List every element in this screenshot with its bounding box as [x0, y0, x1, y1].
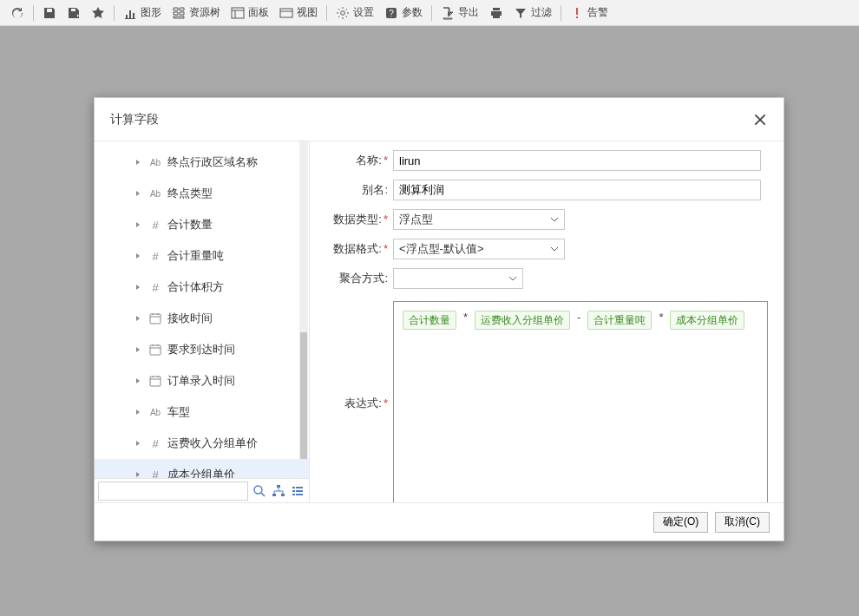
saveas-button[interactable]	[62, 1, 86, 25]
toolbar-sep	[326, 5, 327, 21]
print-button[interactable]	[484, 1, 508, 25]
expr-operator: *	[462, 311, 469, 330]
filter-label: 过滤	[531, 5, 552, 20]
tree-item[interactable]: #合计数量	[95, 209, 309, 240]
toolbar-sep	[33, 5, 34, 21]
save-button[interactable]	[37, 1, 62, 25]
tree-item[interactable]: 订单录入时间	[95, 365, 309, 396]
form-panel: 名称:* 别名: 数据类型:* 浮点型 数据格式:* <浮点型-默认值>	[310, 141, 784, 502]
tree-item-label: 终点类型	[167, 186, 213, 201]
expr-field-token[interactable]: 运费收入分组单价	[475, 311, 570, 330]
refresh-button[interactable]	[5, 1, 30, 25]
expr-field-token[interactable]: 合计数量	[403, 311, 456, 330]
dialog-titlebar: 计算字段	[95, 98, 784, 141]
tree-item-label: 终点行政区域名称	[167, 154, 258, 170]
tree-list-icon[interactable]	[290, 483, 305, 499]
svg-rect-31	[296, 490, 303, 492]
view-label: 视图	[297, 5, 318, 20]
settings-button[interactable]: 设置	[331, 1, 379, 25]
dialog-body: Ab终点行政区域名称Ab终点类型#合计数量#合计重量吨#合计体积方接收时间要求到…	[95, 141, 784, 502]
view-button[interactable]: 视图	[274, 1, 323, 25]
calc-field-dialog: 计算字段 Ab终点行政区域名称Ab终点类型#合计数量#合计重量吨#合计体积方接收…	[94, 97, 784, 541]
dtype-select[interactable]: 浮点型	[393, 209, 565, 230]
field-type-icon: #	[148, 218, 162, 232]
alert-label: 告警	[587, 5, 608, 20]
tree-search-icon[interactable]	[252, 483, 267, 499]
field-type-icon	[148, 343, 162, 357]
alert-button[interactable]: 告警	[565, 1, 613, 25]
dialog-footer: 确定(O) 取消(C)	[95, 502, 784, 541]
panel-label: 面板	[248, 5, 269, 20]
field-type-icon: Ab	[148, 405, 162, 419]
tree-item[interactable]: 接收时间	[95, 303, 309, 334]
tree-item[interactable]: Ab终点类型	[95, 178, 309, 209]
field-tree-panel: Ab终点行政区域名称Ab终点类型#合计数量#合计重量吨#合计体积方接收时间要求到…	[95, 141, 310, 502]
dformat-select[interactable]: <浮点型-默认值>	[393, 239, 565, 259]
chart-label: 图形	[141, 5, 161, 20]
panel-button[interactable]: 面板	[226, 1, 274, 25]
field-type-icon: Ab	[148, 187, 162, 200]
tree-item-label: 合计重量吨	[167, 248, 224, 264]
ok-button[interactable]: 确定(O)	[653, 512, 708, 533]
tree-item[interactable]: #运费收入分组单价	[95, 428, 309, 459]
tree-item-label: 要求到达时间	[167, 342, 235, 357]
svg-rect-26	[281, 494, 285, 496]
export-button[interactable]: 导出	[436, 1, 484, 25]
svg-rect-14	[150, 345, 161, 355]
expr-field-token[interactable]: 合计重量吨	[587, 311, 652, 330]
star-button[interactable]	[86, 1, 110, 25]
chevron-down-icon	[508, 274, 517, 283]
svg-rect-3	[280, 9, 292, 17]
tree-item[interactable]: #成本分组单价	[95, 459, 309, 478]
dformat-value: <浮点型-默认值>	[399, 241, 484, 257]
field-type-icon	[148, 311, 162, 325]
field-tree[interactable]: Ab终点行政区域名称Ab终点类型#合计数量#合计重量吨#合计体积方接收时间要求到…	[95, 141, 309, 478]
svg-point-22	[254, 486, 262, 494]
caret-right-icon	[134, 252, 141, 259]
field-type-icon: #	[148, 436, 162, 450]
filter-button[interactable]: 过滤	[508, 1, 557, 25]
dformat-label: 数据格式:*	[325, 241, 393, 257]
expr-field-token[interactable]: 成本分组单价	[670, 311, 744, 330]
close-icon[interactable]	[752, 112, 768, 128]
resourcetree-button[interactable]: 资源树	[167, 1, 226, 25]
tree-search-input[interactable]	[98, 482, 248, 501]
expression-editor[interactable]: 合计数量*运费收入分组单价-合计重量吨*成本分组单价	[393, 301, 768, 502]
caret-right-icon	[134, 440, 141, 447]
chevron-down-icon	[550, 215, 559, 224]
svg-rect-8	[576, 8, 578, 15]
svg-point-5	[341, 10, 345, 15]
dtype-label: 数据类型:*	[325, 212, 393, 227]
svg-rect-18	[150, 377, 161, 386]
cancel-button[interactable]: 取消(C)	[715, 512, 770, 533]
toolbar-sep	[114, 5, 115, 21]
tree-item-label: 车型	[167, 404, 190, 420]
tree-item[interactable]: Ab终点行政区域名称	[95, 147, 309, 178]
caret-right-icon	[134, 190, 141, 197]
tree-item[interactable]: 要求到达时间	[95, 334, 309, 365]
caret-right-icon	[134, 377, 141, 384]
params-button[interactable]: ? 参数	[379, 1, 428, 25]
tree-footer	[95, 478, 309, 502]
field-type-icon: Ab	[148, 155, 162, 169]
svg-rect-32	[296, 494, 303, 495]
chevron-down-icon	[550, 245, 559, 253]
tree-item[interactable]: Ab车型	[95, 396, 309, 428]
tree-item[interactable]: #合计重量吨	[95, 240, 309, 272]
svg-rect-9	[576, 16, 578, 18]
tree-item-label: 合计数量	[167, 217, 213, 233]
expr-operator: *	[657, 311, 665, 330]
tree-hierarchy-icon[interactable]	[271, 483, 286, 499]
agg-select[interactable]	[393, 268, 523, 289]
tree-item[interactable]: #合计体积方	[95, 272, 309, 303]
chart-button[interactable]: 图形	[118, 1, 167, 25]
alias-input[interactable]	[393, 180, 761, 200]
field-type-icon	[148, 374, 162, 388]
expr-operator: -	[575, 311, 582, 330]
agg-label: 聚合方式:	[325, 271, 393, 286]
tree-item-label: 运费收入分组单价	[167, 436, 258, 451]
svg-rect-28	[292, 490, 295, 492]
name-input[interactable]	[393, 150, 761, 171]
tree-item-label: 订单录入时间	[167, 373, 235, 389]
caret-right-icon	[134, 409, 141, 416]
